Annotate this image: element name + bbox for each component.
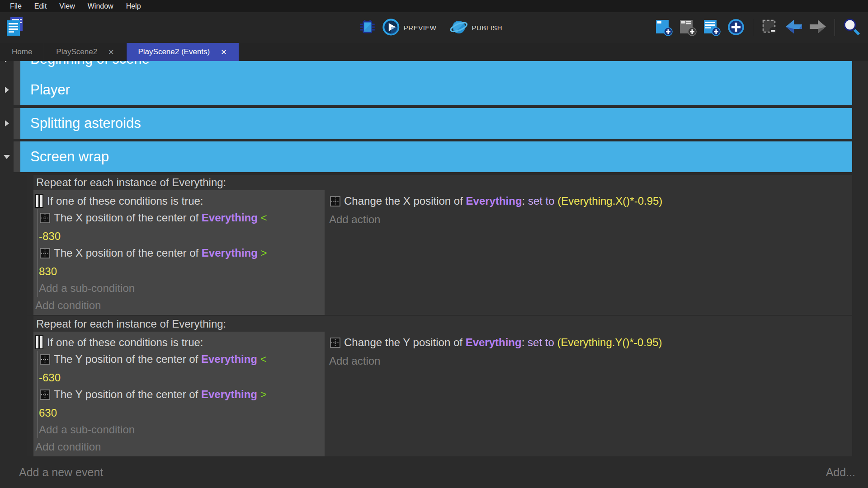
close-icon[interactable]: ✕ [221, 48, 226, 56]
add-condition-link[interactable]: Add condition [35, 297, 325, 314]
collapse-arrow[interactable] [0, 75, 14, 105]
add-sub-condition-link[interactable]: Add a sub-condition [39, 421, 325, 438]
condition-y-less[interactable]: The Y position of the center of Everythi… [39, 351, 325, 386]
group-header-splitting-asteroids[interactable]: Splitting asteroids [20, 108, 852, 139]
add-subevent-button[interactable] [702, 18, 722, 38]
debug-button[interactable] [358, 18, 377, 38]
add-event-button[interactable] [654, 18, 674, 38]
redo-button[interactable] [808, 18, 828, 38]
project-manager-button[interactable] [5, 16, 25, 39]
collapse-arrow[interactable] [0, 61, 14, 75]
search-button[interactable] [842, 18, 862, 38]
position-icon [40, 246, 50, 263]
tab-label: PlayScene2 [56, 47, 97, 56]
group-drag-handle[interactable] [14, 75, 20, 105]
position-icon [40, 352, 50, 369]
group-header-beginning-of-scene[interactable]: Beginning of scene [20, 61, 852, 75]
tab-playscene2[interactable]: PlayScene2 ✕ [44, 43, 126, 61]
repeat-event-header[interactable]: Repeat for each instance of Everything: [33, 175, 852, 190]
or-condition-header[interactable]: If one of these conditions is true: [35, 192, 325, 209]
add-circle-button[interactable] [726, 18, 746, 38]
action-text: Change the Y position of Everything: set… [344, 336, 662, 348]
remove-selection-icon [760, 18, 779, 38]
event-group-row: Splitting asteroids [0, 108, 868, 139]
menu-edit[interactable]: Edit [29, 1, 52, 11]
search-icon [842, 18, 861, 38]
condition-text: The X position of the center of Everythi… [39, 211, 267, 242]
collapse-arrow[interactable] [0, 108, 14, 139]
toolbar-separator [835, 19, 835, 36]
position-icon [330, 336, 340, 352]
sheet-footer: Add a new event Add... [0, 464, 868, 481]
condition-text: The Y position of the center of Everythi… [39, 353, 267, 384]
undo-icon [784, 18, 804, 38]
action-text: Change the X position of Everything: set… [344, 195, 662, 207]
repeat-event: Repeat for each instance of Everything: … [27, 316, 852, 456]
event-body: Repeat for each instance of Everything: … [33, 175, 852, 315]
publish-planet-icon [449, 18, 468, 38]
close-icon[interactable]: ✕ [108, 48, 114, 56]
add-new-event-link[interactable]: Add a new event [19, 464, 103, 481]
or-condition-title: If one of these conditions is true: [47, 192, 203, 209]
project-manager-icon [5, 16, 25, 40]
add-event-icon [655, 18, 674, 38]
events-sheet: Beginning of scene Player Splitting aste… [0, 61, 868, 488]
event-group-row: Beginning of scene [0, 61, 868, 75]
group-clip: Beginning of scene [0, 61, 868, 75]
chevron-down-icon [4, 155, 10, 159]
preview-label: PREVIEW [404, 24, 437, 32]
condition-x-less[interactable]: The X position of the center of Everythi… [39, 209, 325, 244]
condition-y-greater[interactable]: The Y position of the center of Everythi… [39, 386, 325, 421]
tab-label: PlayScene2 (Events) [138, 47, 210, 56]
conditions-panel: If one of these conditions is true: The … [33, 332, 325, 456]
add-action-link[interactable]: Add action [329, 352, 852, 370]
event-drag-handle[interactable] [27, 316, 33, 456]
group-header-player[interactable]: Player [20, 75, 852, 105]
menu-view[interactable]: View [54, 1, 80, 11]
condition-x-greater[interactable]: The X position of the center of Everythi… [39, 244, 325, 280]
preview-button[interactable]: PREVIEW [382, 18, 445, 38]
event-group-row: Screen wrap [0, 141, 868, 172]
action-change-y[interactable]: Change the Y position of Everything: set… [329, 334, 852, 352]
actions-panel: Change the Y position of Everything: set… [325, 332, 852, 456]
group-drag-handle[interactable] [14, 141, 20, 172]
group-header-screen-wrap[interactable]: Screen wrap [20, 141, 852, 172]
menu-help[interactable]: Help [121, 1, 146, 11]
or-condition-title: If one of these conditions is true: [47, 334, 203, 351]
publish-button[interactable]: PUBLISH [449, 18, 510, 38]
add-comment-button[interactable] [678, 18, 698, 38]
remove-selection-button[interactable] [760, 18, 780, 38]
add-action-link[interactable]: Add action [329, 211, 852, 228]
play-circle-icon [382, 18, 400, 38]
event-drag-handle[interactable] [27, 175, 33, 315]
redo-icon [808, 18, 828, 38]
position-icon [40, 211, 50, 228]
sub-conditions: The Y position of the center of Everythi… [37, 351, 325, 438]
or-icon [36, 195, 42, 207]
position-icon [40, 388, 50, 404]
repeat-event-header[interactable]: Repeat for each instance of Everything: [33, 316, 852, 332]
condition-text: The Y position of the center of Everythi… [39, 388, 267, 419]
group-drag-handle[interactable] [14, 108, 20, 139]
menu-file[interactable]: File [5, 1, 27, 11]
add-more-link[interactable]: Add... [826, 464, 855, 481]
add-comment-icon [679, 18, 698, 38]
tab-bar: Home PlayScene2 ✕ PlayScene2 (Events) ✕ [0, 43, 868, 61]
toolbar: PREVIEW PUBLISH [0, 12, 868, 43]
undo-button[interactable] [784, 18, 804, 38]
menu-window[interactable]: Window [82, 1, 119, 11]
tab-label: Home [12, 47, 32, 56]
action-change-x[interactable]: Change the X position of Everything: set… [329, 192, 852, 211]
or-icon [36, 336, 42, 348]
group-drag-handle[interactable] [14, 61, 20, 75]
group-title: Screen wrap [30, 149, 109, 165]
tab-home[interactable]: Home [0, 43, 44, 61]
tab-playscene2-events[interactable]: PlayScene2 (Events) ✕ [127, 43, 239, 61]
sub-conditions: The X position of the center of Everythi… [37, 209, 325, 297]
add-condition-link[interactable]: Add condition [35, 438, 325, 455]
add-sub-condition-link[interactable]: Add a sub-condition [39, 280, 325, 297]
condition-text: The X position of the center of Everythi… [39, 247, 267, 277]
collapse-arrow[interactable] [0, 141, 14, 172]
or-condition-header[interactable]: If one of these conditions is true: [35, 334, 325, 351]
chevron-right-icon [5, 61, 9, 62]
